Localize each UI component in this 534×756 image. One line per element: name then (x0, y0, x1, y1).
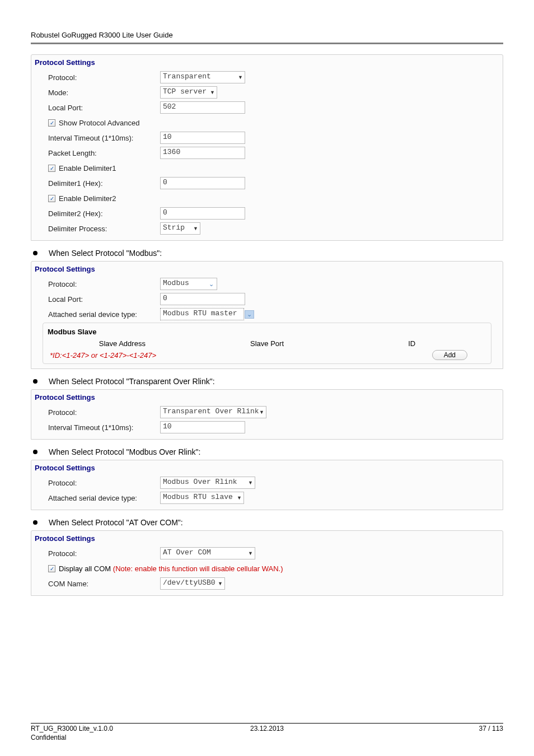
com-name-select[interactable]: /dev/ttyUSB0 ▼ (160, 577, 225, 590)
protocol-settings-mor: Protocol Settings Protocol: Modbus Over … (31, 460, 503, 510)
delim2-label: Delimiter2 (Hex): (48, 209, 160, 218)
protocol-settings-modbus: Protocol Settings Protocol: Modbus ⌄ Loc… (31, 261, 503, 369)
protocol-value: AT Over COM (160, 547, 255, 559)
bullet-icon (33, 520, 38, 525)
protocol-select[interactable]: Modbus Over Rlink ▼ (160, 477, 255, 489)
protocol-select[interactable]: Transparent ▼ (160, 71, 245, 83)
attached-label: Attached serial device type: (48, 494, 160, 502)
protocol-select[interactable]: AT Over COM ▼ (160, 547, 255, 559)
col-slave-address: Slave Address (50, 338, 195, 349)
protocol-select[interactable]: Modbus ⌄ (160, 278, 217, 290)
enable-delim1-label: Enable Delimiter1 (59, 164, 116, 172)
mode-select[interactable]: TCP server ▼ (160, 86, 217, 99)
protocol-label: Protocol: (48, 549, 160, 558)
bullet-icon (33, 251, 38, 255)
delim-process-value: Strip (160, 222, 200, 235)
add-button[interactable]: Add (432, 350, 467, 360)
panel-title: Protocol Settings (35, 57, 499, 69)
com-name-value: /dev/ttyUSB0 (160, 577, 225, 590)
bullet-text: When Select Protocol "AT Over COM": (49, 518, 183, 527)
modbus-slave-title: Modbus Slave (44, 326, 490, 338)
attached-value: Modbus RTU slave (160, 492, 244, 504)
panel-title: Protocol Settings (35, 463, 499, 474)
com-name-label: COM Name: (48, 580, 160, 588)
attached-value: Modbus RTU master (160, 308, 244, 320)
local-port-input[interactable]: 502 (160, 101, 245, 114)
panel-title: Protocol Settings (35, 392, 499, 404)
protocol-value: Transparent Over Rlink (160, 406, 266, 418)
protocol-label: Protocol: (48, 408, 160, 417)
enable-delim2-checkbox[interactable]: ✓ (48, 195, 55, 202)
panel-title: Protocol Settings (35, 533, 499, 545)
delim2-input[interactable]: 0 (160, 207, 245, 220)
local-port-input[interactable]: 0 (160, 293, 245, 305)
interval-input[interactable]: 10 (160, 421, 245, 433)
protocol-value: Transparent (160, 71, 245, 83)
bullet-modbus-over-rlink: When Select Protocol "Modbus Over Rlink"… (33, 447, 503, 456)
bullet-transparent-over-rlink: When Select Protocol "Transparent Over R… (33, 377, 503, 386)
display-all-com-label: Display all COM (59, 564, 111, 573)
display-all-com-note: (Note: enable this function will disable… (111, 564, 283, 573)
attached-select[interactable]: Modbus RTU slave ▼ (160, 492, 244, 504)
packet-length-label: Packet Length: (48, 149, 160, 157)
col-id: ID (339, 338, 484, 349)
modbus-slave-header: Slave Address Slave Port ID (44, 338, 490, 349)
delim-process-select[interactable]: Strip ▼ (160, 222, 200, 235)
doc-header: Robustel GoRugged R3000 Lite User Guide (31, 31, 503, 44)
bullet-icon (33, 450, 38, 454)
protocol-value: Modbus Over Rlink (160, 477, 255, 489)
bullet-icon (33, 379, 38, 384)
protocol-label: Protocol: (48, 479, 160, 487)
dropdown-arrow-icon: ⌄ (245, 310, 254, 319)
col-slave-port: Slave Port (195, 338, 340, 349)
interval-label: Interval Timeout (1*10ms): (48, 134, 160, 142)
display-all-com-checkbox[interactable]: ✓ (48, 565, 55, 572)
protocol-settings-tor: Protocol Settings Protocol: Transparent … (31, 389, 503, 440)
id-hint: *ID:<1-247> or <1-247>-<1-247> (50, 351, 156, 360)
attached-label: Attached serial device type: (48, 310, 160, 319)
packet-length-input[interactable]: 1360 (160, 147, 245, 159)
bullet-modbus: When Select Protocol "Modbus": (33, 249, 503, 258)
enable-delim1-checkbox[interactable]: ✓ (48, 165, 55, 172)
modbus-slave-panel: Modbus Slave Slave Address Slave Port ID… (43, 323, 491, 364)
interval-input[interactable]: 10 (160, 132, 245, 144)
mode-label: Mode: (48, 88, 160, 97)
delim1-input[interactable]: 0 (160, 177, 245, 189)
bullet-at-over-com: When Select Protocol "AT Over COM": (33, 518, 503, 527)
protocol-select[interactable]: Transparent Over Rlink ▼ (160, 406, 266, 418)
delim-process-label: Delimiter Process: (48, 225, 160, 233)
mode-value: TCP server (160, 86, 217, 99)
attached-select[interactable]: Modbus RTU master ⌄ (160, 308, 254, 320)
interval-label: Interval Timeout (1*10ms): (48, 423, 160, 432)
protocol-settings-atcom: Protocol Settings Protocol: AT Over COM … (31, 530, 503, 596)
protocol-label: Protocol: (48, 73, 160, 82)
bullet-text: When Select Protocol "Transparent Over R… (49, 377, 215, 386)
protocol-settings-transparent: Protocol Settings Protocol: Transparent … (31, 54, 503, 241)
protocol-label: Protocol: (48, 280, 160, 288)
bullet-text: When Select Protocol "Modbus Over Rlink"… (49, 447, 200, 456)
enable-delim2-label: Enable Delimiter2 (59, 194, 116, 203)
local-port-label: Local Port: (48, 104, 160, 112)
show-advanced-label: Show Protocol Advanced (59, 119, 140, 127)
protocol-value: Modbus (160, 278, 217, 290)
show-advanced-checkbox[interactable]: ✓ (48, 119, 55, 127)
bullet-text: When Select Protocol "Modbus": (49, 249, 162, 258)
delim1-label: Delimiter1 (Hex): (48, 179, 160, 188)
local-port-label: Local Port: (48, 295, 160, 304)
panel-title: Protocol Settings (35, 264, 499, 276)
